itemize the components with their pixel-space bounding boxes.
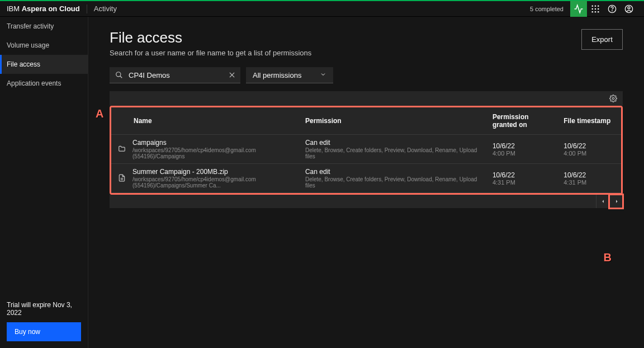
sidebar-item-transfer-activity[interactable]: Transfer activity	[0, 17, 88, 36]
svg-point-10	[612, 11, 613, 11]
brand-prefix: IBM	[7, 4, 22, 13]
page-subtitle: Search for a user name or file name to g…	[110, 49, 311, 57]
row-granted-date: 10/6/22	[493, 171, 550, 179]
svg-point-8	[598, 11, 599, 12]
row-granted-time: 4:31 PM	[493, 179, 550, 186]
search-input[interactable]	[129, 71, 222, 79]
top-nav-activity[interactable]: Activity	[94, 4, 117, 13]
title-block: File access Search for a user name or fi…	[110, 29, 311, 57]
divider	[87, 4, 87, 13]
svg-point-6	[591, 11, 593, 12]
pager-next[interactable]	[609, 195, 623, 208]
svg-point-4	[595, 8, 596, 10]
table-row[interactable]: Campaigns /workspaces/92705/home/cp4idem…	[111, 135, 621, 164]
search-box	[110, 67, 240, 83]
row-ts-date: 10/6/22	[564, 142, 614, 150]
row-permission: Can edit	[305, 168, 479, 176]
row-granted-time: 4:00 PM	[493, 150, 550, 157]
row-permission-detail: Delete, Browse, Create folders, Preview,…	[305, 147, 479, 159]
row-ts-date: 10/6/22	[564, 171, 614, 179]
sidebar-item-file-access[interactable]: File access	[0, 55, 88, 74]
svg-point-17	[612, 97, 614, 100]
table-row[interactable]: Summer Campaign - 200MB.zip /workspaces/…	[111, 164, 621, 193]
help-icon[interactable]	[604, 1, 621, 17]
user-avatar-icon[interactable]	[621, 1, 637, 17]
table-settings-icon[interactable]	[609, 95, 617, 102]
sidebar-item-application-events[interactable]: Application events	[0, 74, 88, 93]
file-access-table: Name Permission Permission granted on Fi…	[111, 107, 621, 193]
svg-marker-21	[616, 200, 618, 203]
row-ts-time: 4:31 PM	[564, 179, 614, 186]
chevron-down-icon	[320, 71, 326, 79]
permissions-filter-label: All permissions	[253, 71, 301, 79]
svg-point-3	[591, 8, 593, 10]
row-granted-date: 10/6/22	[493, 142, 550, 150]
trial-box: Trial will expire Nov 3, 2022 Buy now	[0, 294, 88, 348]
folder-icon	[118, 145, 126, 154]
brand: IBM Aspera on Cloud	[7, 4, 80, 13]
row-path: /workspaces/92705/home/cp4idemos@gmail.c…	[132, 176, 292, 189]
activity-pulse-icon[interactable]	[570, 1, 587, 17]
clear-search-icon[interactable]	[222, 71, 242, 79]
sidebar-item-volume-usage[interactable]: Volume usage	[0, 36, 88, 55]
search-icon	[110, 71, 129, 79]
content-header: File access Search for a user name or fi…	[88, 17, 644, 67]
row-name: Summer Campaign - 200MB.zip	[132, 168, 292, 176]
content: File access Search for a user name or fi…	[88, 17, 644, 348]
svg-line-14	[120, 76, 122, 78]
col-timestamp[interactable]: File timestamp	[557, 107, 621, 135]
col-granted[interactable]: Permission granted on	[486, 107, 557, 135]
annotation-b: B	[604, 251, 612, 264]
filters: All permissions	[88, 67, 644, 91]
row-ts-time: 4:00 PM	[564, 150, 614, 157]
export-button[interactable]: Export	[581, 29, 623, 50]
table-wrap: A Name Permission Permission granted on …	[110, 91, 623, 208]
topbar-right: 5 completed	[523, 1, 637, 17]
table-header-row: Name Permission Permission granted on Fi…	[111, 107, 621, 135]
svg-point-2	[598, 5, 599, 7]
pager-prev[interactable]	[596, 195, 609, 208]
row-permission-detail: Delete, Browse, Create folders, Preview,…	[305, 176, 479, 189]
file-icon	[118, 174, 126, 183]
col-name[interactable]: Name	[111, 107, 299, 135]
main-layout: Transfer activity Volume usage File acce…	[0, 17, 644, 348]
svg-marker-20	[602, 200, 604, 203]
pager	[110, 195, 623, 208]
completed-status: 5 completed	[523, 6, 570, 12]
svg-point-1	[595, 5, 596, 7]
svg-point-13	[116, 72, 121, 77]
svg-point-0	[591, 5, 593, 7]
trial-text: Trial will expire Nov 3, 2022	[7, 301, 81, 317]
svg-point-12	[628, 7, 630, 9]
row-path: /workspaces/92705/home/cp4idemos@gmail.c…	[132, 147, 292, 159]
buy-now-button[interactable]: Buy now	[7, 322, 81, 341]
permissions-filter[interactable]: All permissions	[246, 67, 333, 83]
annotation-a: A	[96, 107, 103, 120]
sidebar-nav: Transfer activity Volume usage File acce…	[0, 17, 88, 294]
row-name: Campaigns	[132, 139, 292, 147]
topbar-left: IBM Aspera on Cloud Activity	[7, 4, 117, 13]
page-title: File access	[110, 29, 311, 46]
svg-point-7	[595, 11, 596, 12]
table-toolbar	[110, 91, 623, 106]
topbar: IBM Aspera on Cloud Activity 5 completed	[0, 0, 644, 17]
row-permission: Can edit	[305, 139, 479, 147]
svg-point-5	[598, 8, 599, 10]
apps-grid-icon[interactable]	[587, 1, 604, 17]
brand-name: Aspera on Cloud	[22, 4, 80, 13]
sidebar: Transfer activity Volume usage File acce…	[0, 17, 88, 348]
col-permission[interactable]: Permission	[299, 107, 486, 135]
highlight-a: A Name Permission Permission granted on …	[110, 106, 623, 195]
